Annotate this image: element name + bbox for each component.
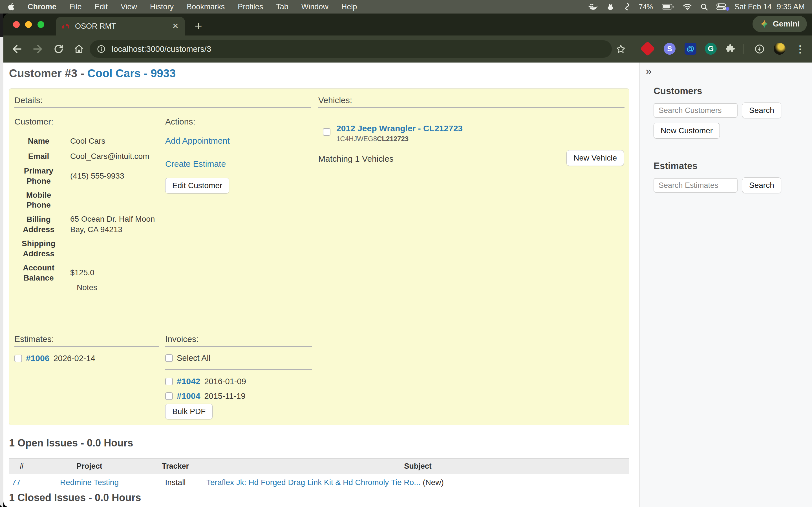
menubar-item-tab[interactable]: Tab	[276, 3, 289, 11]
site-info-icon[interactable]	[96, 44, 106, 54]
select-all-row: Select All	[165, 353, 210, 363]
issue-status: (New)	[420, 478, 444, 487]
chrome-menu-dots-icon[interactable]: ⋮	[794, 43, 806, 55]
window-zoom-button[interactable]	[38, 21, 44, 28]
edit-customer-button[interactable]: Edit Customer	[165, 178, 229, 193]
window-minimize-button[interactable]	[25, 21, 32, 28]
page-title: Customer #3 - Cool Cars - 9933	[9, 67, 175, 80]
back-icon[interactable]	[11, 43, 23, 55]
estimates-divider	[14, 346, 159, 347]
gemini-label: Gemini	[773, 19, 800, 29]
collapse-sidebar-chevron-icon[interactable]: »	[646, 65, 652, 77]
control-center-icon[interactable]	[716, 3, 726, 10]
menubar-clock[interactable]: Sat Feb 14 9:35 AM	[734, 3, 805, 11]
battery-icon[interactable]	[661, 4, 674, 10]
invoice-link[interactable]: #1042	[177, 377, 200, 386]
customer-heading: Customer:	[14, 117, 53, 126]
search-customers-input[interactable]	[654, 103, 738, 118]
estimate-checkbox[interactable]	[14, 355, 22, 362]
search-estimates-input[interactable]	[654, 178, 738, 193]
issue-project-link[interactable]: Redmine Testing	[60, 478, 119, 487]
window-close-button[interactable]	[13, 21, 20, 28]
vehicle-link[interactable]: 2012 Jeep Wrangler - CL212723	[336, 124, 463, 133]
field-mobile-phone: Mobile Phone	[14, 190, 161, 210]
create-estimate-link[interactable]: Create Estimate	[165, 159, 226, 169]
browser-tab[interactable]: OSOR RMT ✕	[56, 17, 185, 36]
details-heading: Details:	[14, 96, 43, 105]
estimate-item: #1006 2026-02-14	[14, 353, 95, 363]
new-tab-button[interactable]: +	[195, 18, 202, 34]
vehicles-divider	[318, 107, 624, 108]
new-vehicle-button[interactable]: New Vehicle	[566, 150, 624, 166]
bulk-pdf-button[interactable]: Bulk PDF	[165, 404, 213, 419]
issue-subject-link[interactable]: Teraflex Jk: Hd Forged Drag Link Kit & H…	[206, 478, 420, 487]
focus-indicator-dot	[726, 7, 729, 11]
bookmark-star-icon[interactable]	[615, 43, 627, 55]
reload-icon[interactable]	[52, 43, 65, 55]
menubar-item-file[interactable]: File	[69, 3, 82, 11]
field-billing-address: Billing Address 65 Ocean Dr. Half Moon B…	[14, 214, 161, 235]
background-window-edge	[0, 13, 3, 507]
apple-menu-icon[interactable]	[7, 3, 15, 11]
notes-divider	[14, 294, 160, 294]
invoice-checkbox[interactable]	[165, 392, 173, 400]
docker-icon[interactable]	[588, 3, 598, 11]
menubar-item-help[interactable]: Help	[342, 3, 357, 11]
invoice-item: #1042 2016-01-09	[165, 377, 246, 386]
menubar-item-chrome[interactable]: Chrome	[28, 3, 56, 11]
extensions-puzzle-icon[interactable]	[724, 43, 737, 55]
spotlight-search-icon[interactable]	[700, 3, 708, 11]
sidebar-estimates-heading: Estimates	[654, 161, 698, 171]
invoice-link[interactable]: #1004	[177, 391, 200, 401]
menubar-item-window[interactable]: Window	[301, 3, 328, 11]
customer-name-link[interactable]: Cool Cars - 9933	[87, 67, 175, 79]
vehicles-heading: Vehicles:	[318, 96, 352, 105]
menubar-item-edit[interactable]: Edit	[95, 3, 108, 11]
add-appointment-link[interactable]: Add Appointment	[165, 136, 230, 146]
menubar-item-history[interactable]: History	[150, 3, 174, 11]
url-text[interactable]: localhost:3000/customers/3	[112, 45, 211, 54]
address-bar[interactable]: localhost:3000/customers/3	[90, 40, 612, 58]
invoices-divider-mid	[165, 369, 312, 370]
gemini-button[interactable]: Gemini	[753, 16, 807, 32]
search-customers-button[interactable]: Search	[742, 103, 781, 118]
grammarly-icon[interactable]: G	[704, 42, 717, 55]
issues-header-row: # Project Tracker Subject	[9, 458, 629, 474]
extension-navy-lock-icon[interactable]: @	[684, 42, 697, 55]
issues-header-tracker: Tracker	[144, 458, 206, 474]
forward-icon[interactable]	[32, 43, 44, 55]
invoice-date: 2016-01-09	[204, 377, 246, 386]
battery-percent: 74%	[639, 3, 653, 11]
invoice-date: 2015-11-19	[204, 392, 245, 401]
new-customer-button[interactable]: New Customer	[654, 123, 720, 138]
home-icon[interactable]	[73, 43, 85, 55]
seahorse-icon[interactable]	[624, 3, 630, 11]
performance-icon[interactable]	[753, 43, 766, 55]
tab-close-icon[interactable]: ✕	[172, 22, 179, 30]
browser-toolbar: localhost:3000/customers/3 S @ G ⋮	[3, 36, 812, 62]
estimate-link[interactable]: #1006	[26, 353, 49, 363]
invoice-item: #1004 2015-11-19	[165, 391, 246, 401]
menubar-item-profiles[interactable]: Profiles	[238, 3, 263, 11]
invoice-checkbox[interactable]	[165, 378, 173, 385]
select-all-checkbox[interactable]	[165, 354, 173, 362]
invoices-divider-top	[165, 346, 312, 347]
issue-id-link[interactable]: 77	[12, 478, 20, 487]
vehicle-vin: 1C4HJWEG8CL212723	[336, 135, 409, 143]
profile-avatar[interactable]	[773, 42, 786, 55]
field-email: Email Cool_Cars@intuit.com	[14, 151, 161, 162]
issues-header-project: Project	[35, 458, 144, 474]
actions-heading: Actions:	[165, 117, 195, 126]
vehicle-checkbox[interactable]	[323, 128, 331, 136]
page-title-prefix: Customer #3 -	[9, 67, 87, 79]
extension-red-icon[interactable]	[641, 42, 654, 55]
search-estimates-button[interactable]: Search	[742, 177, 781, 193]
extension-violet-icon[interactable]: S	[663, 42, 676, 55]
menubar-item-view[interactable]: View	[121, 3, 137, 11]
menubar-date: Sat Feb 14	[734, 3, 772, 11]
customer-divider	[14, 129, 159, 129]
wifi-icon[interactable]	[683, 3, 692, 10]
closed-issues-heading: 1 Closed Issues - 0.0 Hours	[9, 492, 141, 504]
menubar-item-bookmarks[interactable]: Bookmarks	[187, 3, 225, 11]
rabbit-icon[interactable]	[606, 3, 615, 11]
